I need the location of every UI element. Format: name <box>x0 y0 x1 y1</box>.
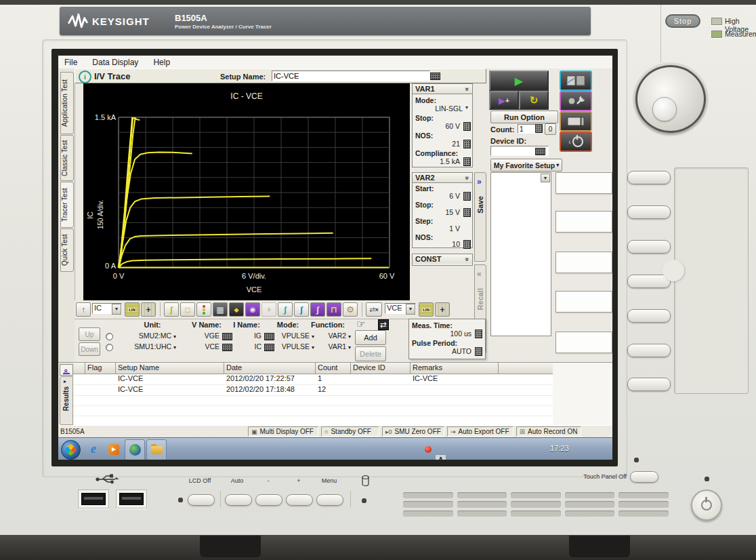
status-auto-record[interactable]: ☒Auto Record ON <box>516 426 581 437</box>
row1-mode-select[interactable]: VPULSE ▾ <box>276 332 314 340</box>
auto-button[interactable] <box>225 494 252 506</box>
results-tab[interactable]: ▸ Results <box>60 376 73 425</box>
col-device-id-header[interactable]: Device ID <box>351 363 411 374</box>
row2-vname-keyboard-icon[interactable] <box>222 344 232 351</box>
lcd-off-button[interactable] <box>188 494 215 506</box>
add-channel-button[interactable]: Add <box>355 330 386 345</box>
taskbar-ie-icon[interactable]: e <box>85 441 102 457</box>
tray-alert-icon[interactable] <box>423 444 433 454</box>
softkey-label-4[interactable] <box>555 291 612 313</box>
stoplight-button[interactable] <box>196 302 211 317</box>
x-add-grid-button[interactable]: + <box>435 302 450 317</box>
append-run-button[interactable]: ▶+ <box>489 91 519 110</box>
row1-iname-keyboard-icon[interactable] <box>264 333 274 340</box>
col-setup-name-header[interactable]: Setup Name <box>116 363 224 374</box>
taskbar-clock[interactable]: 17:23 <box>550 444 584 452</box>
channel-row2-radio[interactable] <box>106 344 113 351</box>
softkey-label-1[interactable] <box>555 172 612 194</box>
var2-start-keypad-icon[interactable] <box>463 192 471 201</box>
x-scale-lin-button[interactable]: LIN <box>419 302 434 317</box>
pulse-period-value[interactable]: AUTO <box>415 347 471 355</box>
var1-nos-value[interactable]: 21 <box>418 140 460 148</box>
hardware-softkey-5[interactable] <box>627 309 671 323</box>
var2-nos-keypad-icon[interactable] <box>463 240 471 249</box>
menu-file[interactable]: File <box>64 58 77 67</box>
instrument-panel-button[interactable] <box>560 111 592 132</box>
start-button[interactable] <box>61 440 81 460</box>
stop-button[interactable]: Stop <box>665 14 700 28</box>
display-mode-button[interactable] <box>560 71 592 91</box>
count-input[interactable] <box>518 124 537 134</box>
tab-tracer-test[interactable]: Tracer Test <box>60 182 74 228</box>
y-axis-select[interactable]: IC▼ <box>92 303 122 314</box>
row2-iname-keyboard-icon[interactable] <box>264 344 274 351</box>
pointer-hand-icon[interactable]: ☞ <box>356 318 365 330</box>
capture-button[interactable]: ▦ <box>213 302 228 317</box>
pulse-shape-button[interactable]: ⊓ <box>327 302 341 317</box>
var2-start-value[interactable]: 6 V <box>418 192 460 200</box>
x-axis-select-dropdown-icon[interactable]: ▼ <box>406 304 415 315</box>
row2-vname[interactable]: VCE <box>190 342 219 351</box>
var1-mode-dropdown-icon[interactable]: ▾ <box>465 104 468 111</box>
power-button[interactable] <box>691 489 722 521</box>
channel-down-button[interactable]: Down <box>79 342 100 356</box>
tab-classic-test[interactable]: Classic Test <box>60 135 74 181</box>
y-add-grid-button[interactable]: + <box>141 302 156 317</box>
taskbar-globe-icon[interactable] <box>125 439 145 460</box>
my-favorite-setup-button[interactable]: My Favorite Setup▾ <box>490 159 562 172</box>
menu-help[interactable]: Help <box>153 58 170 67</box>
status-standby[interactable]: ○Standby OFF <box>321 426 379 437</box>
hardware-softkey-1[interactable] <box>627 171 671 184</box>
var2-stop-value[interactable]: 15 V <box>418 208 460 216</box>
setup-name-keyboard-icon[interactable] <box>430 73 440 80</box>
hardware-softkey-3[interactable] <box>627 240 671 254</box>
var2-stop-keypad-icon[interactable] <box>463 208 471 217</box>
scurve-2-button[interactable]: ∫ <box>294 302 309 317</box>
knob-inner-button[interactable] <box>652 97 677 121</box>
swap-axes-icon[interactable]: ⇄ <box>378 319 389 330</box>
trace-curve-button[interactable]: ∫ <box>164 302 179 317</box>
run-button[interactable]: ▶ <box>489 71 549 91</box>
graph-tools-button[interactable]: ⚙ <box>343 302 358 317</box>
var1-stop-value[interactable]: 60 V <box>418 122 460 130</box>
usb-port-2[interactable] <box>116 489 147 508</box>
softkey-label-2[interactable] <box>555 211 612 233</box>
scurve-1-button[interactable]: ∫ <box>278 302 293 317</box>
row2-unit-select[interactable]: SMU1:UHC ▾ <box>122 342 176 351</box>
softkey-label-3[interactable] <box>555 252 612 273</box>
row1-function-select[interactable]: VAR2 ▾ <box>318 332 351 340</box>
var1-mode-value[interactable]: LIN-SGL <box>418 104 463 113</box>
count-zero-button[interactable]: 0 <box>545 123 556 135</box>
var2-collapse-icon[interactable]: » <box>464 176 471 180</box>
var1-collapse-icon[interactable]: » <box>464 87 471 91</box>
hardware-softkey-6[interactable] <box>627 344 671 357</box>
meas-time-keypad-icon[interactable] <box>475 329 482 338</box>
status-auto-export[interactable]: ⇥Auto Export OFF <box>447 426 513 437</box>
pulse-period-keypad-icon[interactable] <box>475 347 482 356</box>
delete-channel-button[interactable]: Delete <box>355 346 386 361</box>
count-keypad-icon[interactable] <box>535 124 543 133</box>
var1-stop-keypad-icon[interactable] <box>463 122 471 131</box>
row2-function-select[interactable]: VAR1 ▾ <box>318 342 351 351</box>
save-tab[interactable]: » Save <box>474 172 486 262</box>
device-id-keyboard-icon[interactable] <box>535 148 545 155</box>
col-date-header[interactable]: Date <box>224 363 316 374</box>
col-count-header[interactable]: Count <box>316 363 351 374</box>
var1-nos-keypad-icon[interactable] <box>463 140 471 148</box>
scurve-3-button[interactable]: ∫ <box>310 302 325 317</box>
var2-nos-value[interactable]: 10 <box>418 240 460 248</box>
y-axis-select-dropdown-icon[interactable]: ▼ <box>112 304 121 315</box>
col-selector-header[interactable] <box>73 363 85 374</box>
col-remarks-header[interactable]: Remarks <box>411 363 499 374</box>
plus-button[interactable] <box>286 494 313 506</box>
channel-up-button[interactable]: Up <box>79 327 100 341</box>
row1-vname-keyboard-icon[interactable] <box>222 333 232 340</box>
media-door[interactable] <box>674 167 749 394</box>
favorite-setup-list[interactable]: ▼ <box>490 172 551 336</box>
measure-ruler-button[interactable]: □ <box>180 302 195 317</box>
var1-compliance-value[interactable]: 1.5 kA <box>418 157 460 165</box>
results-collapse-button[interactable]: « <box>60 364 73 376</box>
minus-button[interactable] <box>255 494 282 506</box>
marker-zoom-button[interactable]: ◉ <box>245 302 260 317</box>
results-row[interactable]: IC-VCE 2012/02/20 17:22:57 1 IC-VCE <box>73 374 553 385</box>
